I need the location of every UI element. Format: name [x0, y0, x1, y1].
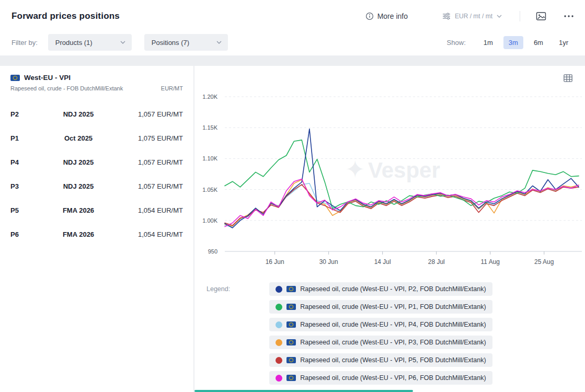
market-title: West-EU - VPI: [24, 74, 71, 82]
svg-text:✦: ✦: [345, 156, 365, 183]
series-color-dot: [276, 339, 282, 346]
price-value: 1,057 EUR/MT: [115, 110, 183, 118]
filter-bar: Filter by: Products (1) Positions (7) Sh…: [0, 32, 585, 55]
products-dropdown[interactable]: Products (1): [48, 34, 132, 51]
position-row-p5[interactable]: P5 FMA 2026 1,054 EUR/MT: [0, 198, 193, 222]
position-code: P5: [10, 206, 42, 214]
table-icon: [564, 74, 572, 82]
price-value: 1,054 EUR/MT: [115, 230, 183, 238]
svg-text:Vesper: Vesper: [368, 158, 440, 182]
legend-item-label: Rapeseed oil, crude (West-EU - VPI, P1, …: [300, 303, 486, 310]
price-chart[interactable]: 9501.00K1.05K1.10K1.15K1.20K16 Jun30 Jun…: [194, 66, 585, 276]
ellipsis-icon: [564, 15, 573, 17]
svg-text:16 Jun: 16 Jun: [266, 258, 284, 266]
page-title: Forward prices positions: [12, 11, 120, 21]
export-image-button[interactable]: [536, 11, 546, 21]
price-value: 1,057 EUR/MT: [115, 182, 183, 190]
range-1yr[interactable]: 1yr: [554, 36, 573, 49]
legend-item-p1[interactable]: Rapeseed oil, crude (West-EU - VPI, P1, …: [269, 300, 492, 314]
svg-text:28 Jul: 28 Jul: [428, 258, 445, 266]
positions-dropdown-label: Positions (7): [152, 39, 189, 47]
position-code: P3: [10, 182, 42, 190]
svg-text:1.05K: 1.05K: [202, 187, 217, 193]
svg-text:1.15K: 1.15K: [202, 124, 217, 131]
products-dropdown-label: Products (1): [55, 39, 93, 47]
position-code: P4: [10, 158, 42, 166]
svg-text:1.20K: 1.20K: [202, 94, 217, 100]
more-info-button[interactable]: More info: [365, 12, 408, 20]
svg-text:11 Aug: 11 Aug: [481, 258, 500, 266]
position-row-p6[interactable]: P6 FMA 2026 1,054 EUR/MT: [0, 222, 193, 246]
position-row-p1[interactable]: P1 Oct 2025 1,075 EUR/MT: [0, 126, 193, 150]
position-row-p4[interactable]: P4 NDJ 2025 1,057 EUR/MT: [0, 150, 193, 174]
svg-text:30 Jun: 30 Jun: [319, 258, 338, 266]
contract-label: NDJ 2025: [42, 110, 115, 118]
positions-list: P2 NDJ 2025 1,057 EUR/MT P1 Oct 2025 1,0…: [0, 102, 193, 246]
eu-flag-icon: [286, 321, 296, 328]
position-row-p2[interactable]: P2 NDJ 2025 1,057 EUR/MT: [0, 102, 193, 126]
legend-item-p4[interactable]: Rapeseed oil, crude (West-EU - VPI, P4, …: [269, 318, 492, 331]
position-code: P2: [10, 110, 42, 118]
image-icon: [536, 11, 546, 21]
eu-flag-icon: [286, 304, 296, 310]
legend-item-p2[interactable]: Rapeseed oil, crude (West-EU - VPI, P2, …: [269, 282, 492, 296]
divider: [520, 11, 520, 21]
position-code: P6: [10, 230, 42, 238]
legend-item-label: Rapeseed oil, crude (West-EU - VPI, P5, …: [300, 356, 486, 364]
contract-label: FMA 2026: [42, 230, 115, 238]
eu-flag-icon: [286, 286, 296, 292]
time-range-selector: Show: 1m 3m 6m 1yr: [447, 36, 573, 49]
legend-item-p3[interactable]: Rapeseed oil, crude (West-EU - VPI, P3, …: [269, 336, 492, 349]
position-code: P1: [10, 134, 42, 142]
unit-label: EUR/MT: [161, 85, 183, 91]
series-color-dot: [276, 321, 282, 328]
info-icon: [365, 12, 374, 20]
chart-panel: 9501.00K1.05K1.10K1.15K1.20K16 Jun30 Jun…: [194, 66, 585, 392]
legend-item-label: Rapeseed oil, crude (West-EU - VPI, P4, …: [300, 321, 486, 328]
show-label: Show:: [447, 39, 466, 47]
header: Forward prices positions More info EUR /…: [0, 0, 585, 56]
positions-dropdown[interactable]: Positions (7): [144, 34, 228, 51]
legend-item-label: Rapeseed oil, crude (West-EU - VPI, P6, …: [300, 374, 486, 382]
chevron-down-icon: [497, 15, 502, 18]
filter-by-label: Filter by:: [12, 39, 38, 47]
svg-text:1.10K: 1.10K: [202, 155, 217, 162]
eu-flag-icon: [286, 339, 296, 345]
range-3m[interactable]: 3m: [503, 36, 523, 49]
eu-flag-icon: [286, 375, 296, 381]
series-color-dot: [276, 304, 282, 310]
horizontal-scrollbar-thumb[interactable]: [194, 390, 413, 392]
svg-text:14 Jul: 14 Jul: [374, 258, 391, 266]
eu-flag-icon: [286, 357, 296, 363]
svg-text:25 Aug: 25 Aug: [534, 258, 554, 266]
series-color-dot: [276, 286, 282, 293]
product-subtitle: Rapeseed oil, crude - FOB DutchMill/Exta…: [10, 85, 123, 91]
range-6m[interactable]: 6m: [529, 36, 548, 49]
range-1m[interactable]: 1m: [478, 36, 498, 49]
legend-section: Legend: Rapeseed oil, crude (West-EU - V…: [194, 276, 585, 385]
legend-item-p5[interactable]: Rapeseed oil, crude (West-EU - VPI, P5, …: [269, 353, 492, 367]
svg-text:1.00K: 1.00K: [202, 217, 217, 224]
chevron-down-icon: [216, 41, 222, 44]
eu-flag-icon: [10, 75, 20, 81]
more-info-label: More info: [377, 12, 408, 20]
price-value: 1,075 EUR/MT: [115, 134, 183, 142]
position-row-p3[interactable]: P3 NDJ 2025 1,057 EUR/MT: [0, 174, 193, 198]
legend-item-label: Rapeseed oil, crude (West-EU - VPI, P2, …: [300, 285, 486, 293]
contract-label: Oct 2025: [42, 134, 115, 142]
contract-label: FMA 2026: [42, 206, 115, 214]
table-view-toggle[interactable]: [564, 74, 572, 82]
series-color-dot: [276, 375, 282, 382]
legend-item-p6[interactable]: Rapeseed oil, crude (West-EU - VPI, P6, …: [269, 371, 492, 385]
series-color-dot: [276, 357, 282, 364]
chevron-down-icon: [120, 41, 125, 44]
contract-label: NDJ 2025: [42, 158, 115, 166]
price-value: 1,054 EUR/MT: [115, 206, 183, 214]
unit-selector-label: EUR / mt / mt: [455, 13, 492, 20]
unit-selector[interactable]: EUR / mt / mt: [442, 12, 502, 20]
legend-list: Rapeseed oil, crude (West-EU - VPI, P2, …: [269, 282, 492, 385]
positions-panel: West-EU - VPI Rapeseed oil, crude - FOB …: [0, 66, 193, 392]
svg-text:950: 950: [208, 248, 217, 255]
legend-item-label: Rapeseed oil, crude (West-EU - VPI, P3, …: [300, 339, 486, 346]
overflow-menu-button[interactable]: [564, 15, 573, 17]
